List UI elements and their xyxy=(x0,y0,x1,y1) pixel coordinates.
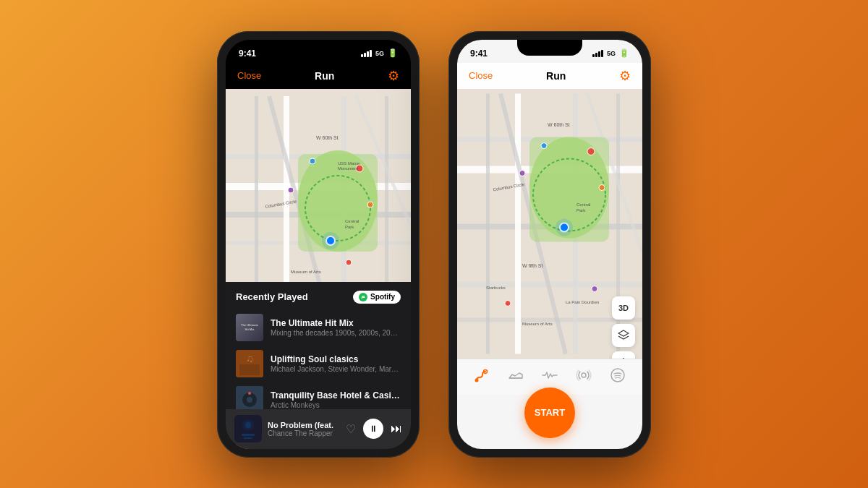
svg-point-17 xyxy=(288,187,294,193)
notch-1 xyxy=(286,40,351,56)
track-desc-2: Michael Jackson, Stevie Wonder, Marvin..… xyxy=(271,365,401,373)
svg-text:Starbucks: Starbucks xyxy=(486,285,506,289)
map-area-1: W 60th St Columbus Circle Museum of Arts… xyxy=(226,89,411,291)
next-button[interactable]: ⏭ xyxy=(391,422,402,435)
recently-played-header: Recently Played Spotify xyxy=(226,282,411,309)
track-desc-1: Mixing the decades 1900s, 2000s, 2010s..… xyxy=(271,329,401,337)
spotify-label: Spotify xyxy=(370,293,395,301)
close-button-1[interactable]: Close xyxy=(237,70,261,81)
map-3d-button[interactable]: 3D xyxy=(612,296,635,320)
tab-heart[interactable] xyxy=(542,367,558,387)
svg-text:Park: Park xyxy=(345,225,354,229)
tab-route[interactable] xyxy=(474,367,490,387)
tab-spotify[interactable] xyxy=(610,367,626,387)
recently-played-title: Recently Played xyxy=(236,291,308,302)
svg-text:Museum of Arts: Museum of Arts xyxy=(291,270,321,274)
svg-point-60 xyxy=(556,218,573,236)
time-1: 9:41 xyxy=(239,48,256,59)
svg-rect-52 xyxy=(486,93,490,354)
svg-point-61 xyxy=(587,147,595,155)
svg-point-81 xyxy=(475,378,478,382)
svg-text:Museum of Arts: Museum of Arts xyxy=(522,321,553,325)
track-desc-3: Arctic Monkeys xyxy=(271,401,401,409)
svg-point-41 xyxy=(245,422,251,428)
gear-icon-2[interactable]: ⚙ xyxy=(619,68,631,84)
time-2: 9:41 xyxy=(470,48,488,59)
map-layers-button[interactable] xyxy=(612,324,635,347)
heart-button[interactable]: ♡ xyxy=(346,422,356,436)
battery-icon-2: 🔋 xyxy=(619,48,629,58)
tab-shoe[interactable] xyxy=(508,367,524,387)
svg-text:W 60th St: W 60th St xyxy=(548,121,570,127)
svg-rect-42 xyxy=(242,434,255,436)
svg-text:La Pain Dourdien: La Pain Dourdien xyxy=(566,299,599,304)
svg-marker-75 xyxy=(618,330,629,336)
close-button-2[interactable]: Close xyxy=(469,70,493,81)
svg-point-18 xyxy=(367,202,373,207)
svg-point-34 xyxy=(247,397,252,403)
svg-text:Park: Park xyxy=(576,207,586,212)
now-playing-artist: Chance The Rapper xyxy=(268,429,340,437)
nav-bar-1: Close Run ⚙ xyxy=(226,63,411,89)
svg-text:Monument: Monument xyxy=(338,166,359,171)
start-button[interactable]: START xyxy=(524,388,575,438)
signal-bars-1 xyxy=(361,50,372,57)
svg-text:W fifth St: W fifth St xyxy=(522,262,542,267)
svg-rect-43 xyxy=(244,437,252,439)
signal-bars-2 xyxy=(592,50,603,57)
track-name-2: Uplifting Soul clasics xyxy=(271,354,401,364)
svg-point-66 xyxy=(592,286,597,291)
phone-2: 9:41 5G 🔋 Close Run ⚙ xyxy=(448,31,651,458)
now-playing-info: No Problem (feat. Chance The Rapper xyxy=(268,421,340,437)
now-playing-bar: No Problem (feat. Chance The Rapper ♡ ⏸ … xyxy=(226,409,411,449)
phone-1: 9:41 5G 🔋 Close Run ⚙ xyxy=(217,31,420,458)
phones-container: 9:41 5G 🔋 Close Run ⚙ xyxy=(217,31,651,458)
track-item-1[interactable]: The UltimateHit Mix The Ultimate Hit Mix… xyxy=(226,309,411,346)
svg-point-62 xyxy=(519,170,525,176)
phone-2-screen: 9:41 5G 🔋 Close Run ⚙ xyxy=(457,40,642,449)
network-label-2: 5G xyxy=(607,50,616,57)
track-name-3: Tranquility Base Hotel & Casino xyxy=(271,390,401,401)
network-label-1: 5G xyxy=(375,50,384,57)
tab-broadcast[interactable] xyxy=(576,367,592,387)
track-thumb-1: The UltimateHit Mix xyxy=(236,314,263,341)
nav-bar-2: Close Run ⚙ xyxy=(457,63,642,89)
svg-point-19 xyxy=(310,158,315,164)
track-item-2[interactable]: ♫ Uplifting Soul clasics Michael Jackson… xyxy=(226,346,411,382)
svg-point-63 xyxy=(599,184,605,190)
svg-rect-50 xyxy=(515,93,521,354)
status-icons-1: 5G 🔋 xyxy=(361,48,398,58)
track-info-3: Tranquility Base Hotel & Casino Arctic M… xyxy=(271,390,401,409)
track-info-2: Uplifting Soul clasics Michael Jackson, … xyxy=(271,354,401,373)
spotify-icon xyxy=(359,293,367,301)
spotify-badge[interactable]: Spotify xyxy=(353,291,401,304)
status-bar-2: 9:41 5G 🔋 xyxy=(457,40,642,63)
svg-text:Central: Central xyxy=(345,219,359,223)
svg-rect-8 xyxy=(385,96,388,284)
svg-text:W 60th St: W 60th St xyxy=(316,135,339,140)
now-playing-title: No Problem (feat. xyxy=(268,421,340,429)
svg-point-15 xyxy=(322,232,339,249)
track-info-1: The Ultimate Hit Mix Mixing the decades … xyxy=(271,318,401,337)
run-title-1: Run xyxy=(315,70,334,82)
svg-text:USS Maine: USS Maine xyxy=(338,161,360,166)
now-playing-thumb xyxy=(234,415,262,442)
svg-text:Central: Central xyxy=(576,202,590,206)
gear-icon-1[interactable]: ⚙ xyxy=(388,68,399,84)
svg-point-64 xyxy=(541,142,547,148)
player-controls: ♡ ⏸ ⏭ xyxy=(346,419,402,439)
battery-icon-1: 🔋 xyxy=(388,48,398,58)
svg-point-35 xyxy=(248,392,251,395)
svg-rect-7 xyxy=(255,96,258,284)
map-svg-1: W 60th St Columbus Circle Museum of Arts… xyxy=(226,89,411,291)
track-thumb-2: ♫ xyxy=(236,350,263,377)
map-bg-1: W 60th St Columbus Circle Museum of Arts… xyxy=(226,89,411,291)
svg-rect-30 xyxy=(239,364,260,375)
status-icons-2: 5G 🔋 xyxy=(592,48,629,58)
svg-point-65 xyxy=(505,300,511,306)
run-title-2: Run xyxy=(546,70,566,82)
pause-button[interactable]: ⏸ xyxy=(363,419,383,439)
phone-1-screen: 9:41 5G 🔋 Close Run ⚙ xyxy=(226,40,411,449)
track-name-1: The Ultimate Hit Mix xyxy=(271,318,401,328)
svg-text:♫: ♫ xyxy=(246,353,254,364)
